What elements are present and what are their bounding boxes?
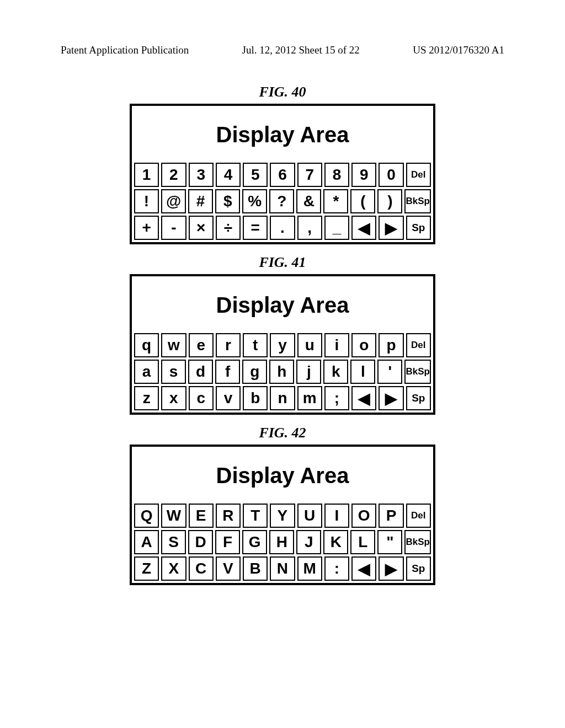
key-q[interactable]: q [134, 333, 159, 357]
key-x[interactable]: x [161, 386, 186, 410]
key-5[interactable]: 5 [243, 163, 268, 187]
key-V[interactable]: V [216, 556, 241, 581]
key-percent[interactable]: % [242, 189, 267, 213]
key-n[interactable]: n [270, 386, 295, 410]
key-R[interactable]: R [216, 504, 241, 528]
key-k[interactable]: k [323, 360, 348, 384]
key-bksp[interactable]: BkSp [404, 530, 430, 554]
key-star[interactable]: * [323, 189, 348, 213]
key-del[interactable]: Del [406, 333, 431, 357]
key-question[interactable]: ? [269, 189, 294, 213]
key-colon[interactable]: : [324, 556, 349, 581]
key-6[interactable]: 6 [270, 163, 295, 187]
key-minus[interactable]: - [161, 216, 186, 240]
panel-fig42: Display Area Q W E R T Y U I O P Del A S… [130, 445, 435, 585]
key-P[interactable]: P [379, 504, 403, 528]
key-b[interactable]: b [243, 386, 268, 410]
key-S[interactable]: S [161, 530, 186, 554]
key-plus[interactable]: + [134, 216, 159, 240]
key-e[interactable]: e [189, 333, 214, 357]
key-w[interactable]: w [161, 333, 186, 357]
key-c[interactable]: c [189, 386, 214, 410]
key-M[interactable]: M [297, 556, 322, 581]
key-lparen[interactable]: ( [350, 189, 375, 213]
key-p[interactable]: p [379, 333, 403, 357]
key-amp[interactable]: & [296, 189, 321, 213]
key-right-arrow[interactable]: ▶ [379, 556, 403, 581]
key-s[interactable]: s [161, 360, 186, 384]
key-r[interactable]: r [216, 333, 241, 357]
key-hash[interactable]: # [188, 189, 213, 213]
key-Z[interactable]: Z [134, 556, 159, 581]
key-semicolon[interactable]: ; [324, 386, 349, 410]
key-f[interactable]: f [215, 360, 240, 384]
key-bksp[interactable]: BkSp [404, 360, 430, 384]
key-9[interactable]: 9 [351, 163, 376, 187]
key-mult[interactable]: × [189, 216, 214, 240]
key-m[interactable]: m [297, 386, 322, 410]
key-space[interactable]: Sp [406, 386, 431, 410]
key-E[interactable]: E [189, 504, 214, 528]
key-F[interactable]: F [215, 530, 240, 554]
key-G[interactable]: G [242, 530, 267, 554]
key-T[interactable]: T [243, 504, 268, 528]
key-z[interactable]: z [134, 386, 159, 410]
key-del[interactable]: Del [406, 504, 431, 528]
key-h[interactable]: h [269, 360, 294, 384]
key-N[interactable]: N [270, 556, 295, 581]
key-underscore[interactable]: _ [324, 216, 349, 240]
key-left-arrow[interactable]: ◀ [351, 386, 376, 410]
key-right-arrow[interactable]: ▶ [379, 386, 403, 410]
key-y[interactable]: y [270, 333, 295, 357]
key-t[interactable]: t [243, 333, 268, 357]
key-g[interactable]: g [242, 360, 267, 384]
key-o[interactable]: o [351, 333, 376, 357]
key-space[interactable]: Sp [406, 556, 431, 581]
key-del[interactable]: Del [406, 163, 431, 187]
key-4[interactable]: 4 [216, 163, 241, 187]
key-left-arrow[interactable]: ◀ [351, 216, 376, 240]
key-period[interactable]: . [270, 216, 295, 240]
key-8[interactable]: 8 [324, 163, 349, 187]
key-B[interactable]: B [243, 556, 268, 581]
key-quote[interactable]: " [377, 530, 402, 554]
key-left-arrow[interactable]: ◀ [351, 556, 376, 581]
key-U[interactable]: U [297, 504, 322, 528]
key-D[interactable]: D [188, 530, 213, 554]
key-bksp[interactable]: BkSp [404, 189, 430, 213]
key-1[interactable]: 1 [134, 163, 159, 187]
key-X[interactable]: X [161, 556, 186, 581]
key-O[interactable]: O [351, 504, 376, 528]
key-L[interactable]: L [350, 530, 375, 554]
key-u[interactable]: u [297, 333, 322, 357]
key-j[interactable]: j [296, 360, 321, 384]
key-right-arrow[interactable]: ▶ [379, 216, 403, 240]
key-K[interactable]: K [323, 530, 348, 554]
key-exclam[interactable]: ! [134, 189, 159, 213]
key-C[interactable]: C [189, 556, 214, 581]
key-at[interactable]: @ [161, 189, 186, 213]
key-3[interactable]: 3 [189, 163, 214, 187]
key-J[interactable]: J [296, 530, 321, 554]
key-l[interactable]: l [350, 360, 375, 384]
key-d[interactable]: d [188, 360, 213, 384]
key-2[interactable]: 2 [161, 163, 186, 187]
key-I[interactable]: I [324, 504, 349, 528]
key-0[interactable]: 0 [379, 163, 403, 187]
key-dollar[interactable]: $ [215, 189, 240, 213]
key-apostrophe[interactable]: ' [377, 360, 402, 384]
key-equals[interactable]: = [243, 216, 268, 240]
key-7[interactable]: 7 [297, 163, 322, 187]
key-space[interactable]: Sp [406, 216, 431, 240]
key-Y[interactable]: Y [270, 504, 295, 528]
key-W[interactable]: W [161, 504, 186, 528]
key-v[interactable]: v [216, 386, 241, 410]
key-a[interactable]: a [134, 360, 159, 384]
key-i[interactable]: i [324, 333, 349, 357]
key-comma[interactable]: , [297, 216, 322, 240]
key-Q[interactable]: Q [134, 504, 159, 528]
key-div[interactable]: ÷ [216, 216, 241, 240]
key-A[interactable]: A [134, 530, 159, 554]
key-H[interactable]: H [269, 530, 294, 554]
key-rparen[interactable]: ) [377, 189, 402, 213]
